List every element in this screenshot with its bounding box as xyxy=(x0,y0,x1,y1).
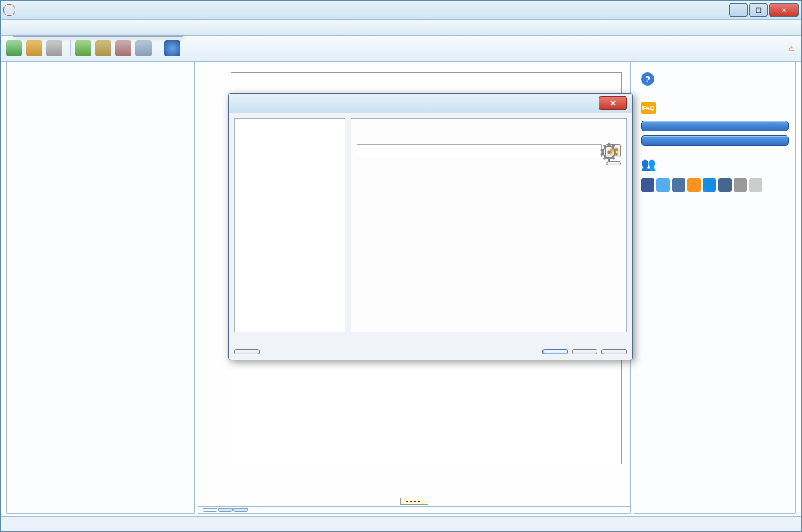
close-panel-icon[interactable] xyxy=(749,178,762,192)
apply-button[interactable] xyxy=(602,349,627,354)
close-button[interactable]: ✕ xyxy=(769,3,799,17)
tab-sensors[interactable] xyxy=(218,508,233,512)
help-heading-share: 👥 xyxy=(641,157,789,172)
dialog-close-button[interactable]: ✕ xyxy=(599,96,627,110)
delete-group-icon[interactable] xyxy=(46,40,62,56)
hosts-panel xyxy=(6,61,195,514)
dialog-titlebar: ✕ xyxy=(229,94,632,113)
titlebar: — ☐ ✕ xyxy=(1,1,801,20)
app-icon xyxy=(3,4,15,16)
help-button[interactable] xyxy=(234,349,260,354)
data-path-input[interactable] xyxy=(357,144,602,157)
delete-host-icon[interactable] xyxy=(115,40,131,56)
twitter-icon[interactable] xyxy=(656,178,670,192)
scan-icon[interactable] xyxy=(95,40,111,56)
properties-icon[interactable] xyxy=(135,40,152,56)
settings-dialog: ✕ ⚙ 📂 xyxy=(228,93,633,360)
edit-group-icon[interactable] xyxy=(26,40,42,56)
help-panel: ? FAQ 👥 xyxy=(634,61,796,514)
minimize-button[interactable]: — xyxy=(729,3,748,17)
add-host-icon[interactable] xyxy=(75,40,91,56)
help-heading-start: ? xyxy=(641,72,789,86)
toolbar: ⚠ xyxy=(1,36,801,62)
faq-icon: FAQ xyxy=(641,102,656,114)
forum-button[interactable] xyxy=(641,135,789,146)
mailru-icon[interactable] xyxy=(703,178,716,192)
gear-decorative-icon: ⚙ xyxy=(598,139,620,167)
menubar xyxy=(1,20,801,36)
feedback-link[interactable]: ⚠ xyxy=(785,44,795,53)
warning-icon: ⚠ xyxy=(788,44,795,53)
settings-pane: ⚙ 📂 xyxy=(351,118,627,332)
people-icon: 👥 xyxy=(641,157,656,172)
odnoklassniki-icon[interactable] xyxy=(687,178,701,192)
separator xyxy=(70,40,71,56)
add-group-icon[interactable] xyxy=(6,40,22,56)
other-social-icon[interactable] xyxy=(734,178,747,192)
ok-button[interactable] xyxy=(542,349,568,354)
facebook-icon[interactable] xyxy=(641,178,654,192)
legend-dashed-line-icon xyxy=(406,501,420,502)
bottom-tabs xyxy=(198,506,630,513)
chart-title xyxy=(198,62,630,72)
ask-question-button[interactable] xyxy=(641,121,789,131)
tab-chart[interactable] xyxy=(203,508,217,512)
help-heading-faq: FAQ xyxy=(641,102,789,114)
livejournal-icon[interactable] xyxy=(718,178,732,192)
file-menu-dropdown xyxy=(13,36,183,37)
statusbar xyxy=(1,516,801,531)
maximize-button[interactable]: ☐ xyxy=(749,3,768,17)
settings-gear-icon[interactable] xyxy=(164,40,180,56)
settings-tree[interactable] xyxy=(234,118,345,332)
separator xyxy=(160,40,160,56)
chart-xaxis xyxy=(231,467,622,476)
tab-statistics[interactable] xyxy=(233,508,248,512)
question-icon: ? xyxy=(641,72,654,86)
vk-icon[interactable] xyxy=(672,178,685,192)
cancel-button[interactable] xyxy=(572,349,597,354)
chart-yaxis xyxy=(204,72,229,464)
chart-legend xyxy=(400,498,428,505)
social-icons xyxy=(641,178,789,192)
